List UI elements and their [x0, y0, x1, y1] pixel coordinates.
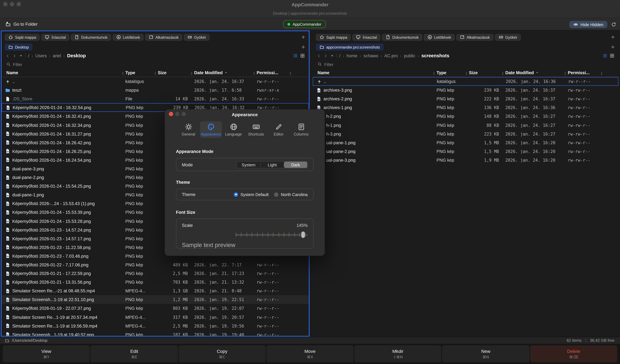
favorite-r-asztal[interactable]: Íróasztal [41, 34, 69, 41]
file-row[interactable]: .DS_Store File 14 KB 2026. jan. 24. 16:3… [2, 94, 309, 103]
file-row[interactable]: archives-1.png PNG kép 136 KB 2026. jan.… [313, 103, 618, 112]
up-button[interactable] [330, 54, 334, 58]
file-row[interactable]: archives-2.png PNG kép 222 KB 2026. jan.… [313, 94, 618, 103]
column-header-permissi[interactable]: Permissi... [565, 70, 602, 75]
theme-radio-north-carolina[interactable]: North Carolina [274, 192, 308, 197]
dialog-minimize-button[interactable] [175, 112, 180, 116]
new-button[interactable]: New ⌘N [442, 345, 529, 362]
list-view-icon[interactable] [603, 53, 607, 58]
delete-button[interactable]: Delete ⌘⌫ [530, 345, 617, 362]
forward-button[interactable] [12, 54, 17, 58]
file-row[interactable]: Képernyőfotó 2026-01-21 - 17.22.59.png P… [2, 269, 309, 278]
favorite-r-asztal[interactable]: Íróasztal [353, 34, 381, 41]
grid-view-icon[interactable] [300, 53, 305, 58]
move-button[interactable]: Move ⌘X [266, 345, 354, 362]
file-row[interactable]: Képernyőfotó 2026-01-21 - 13.31.56.png P… [2, 278, 309, 287]
file-row[interactable]: ual-pane-1.png PNG kép 1,5 MB 2026. jan.… [313, 138, 618, 147]
file-row[interactable]: archives-3.png PNG kép 239 KB 2026. jan.… [313, 86, 618, 94]
scale-slider[interactable] [236, 231, 308, 238]
filter-input[interactable]: Filter [313, 60, 618, 68]
function-bar: View ⌘Y Edit ⌘E Copy ⌘C Move ⌘X Mkdir ⇧⌘… [0, 344, 620, 364]
dialog-close-button[interactable] [169, 112, 173, 116]
breadcrumb-item[interactable]: public [404, 53, 415, 58]
pane-tab[interactable]: appcommander.pro:screenshots [316, 43, 384, 50]
settings-tab-editor[interactable]: Editor [268, 121, 290, 138]
file-row[interactable]: Képernyőfotó 2026-01-22 - 7.17.06.png PN… [2, 260, 309, 269]
grid-view-icon[interactable] [610, 53, 614, 58]
file-row[interactable]: Simulator Screen Re...-21 at 08.48.55.mp… [2, 287, 309, 295]
breadcrumb-item[interactable]: screenshots [421, 53, 449, 58]
breadcrumb-item[interactable]: home [346, 53, 357, 58]
copy-button[interactable]: Copy ⌘C [179, 345, 266, 362]
back-button[interactable] [317, 54, 321, 58]
mode-option-light[interactable]: Light [261, 161, 284, 168]
file-row[interactable]: teszt mappa 2026. jan. 17. 6:58 rwxr-xr-… [2, 86, 309, 94]
mkdir-button[interactable]: Mkdir ⇧⌘N [354, 345, 441, 362]
add-favorite-button[interactable] [610, 35, 615, 40]
breadcrumb-item[interactable]: schawo [363, 53, 378, 58]
breadcrumb-item[interactable]: Desktop [67, 53, 86, 58]
settings-tab-shortcuts[interactable]: Shortcuts [245, 121, 267, 138]
column-header-type[interactable]: Type [122, 70, 155, 75]
filter-input[interactable]: Filter [2, 60, 309, 68]
edit-button[interactable]: Edit ⌘E [91, 345, 178, 362]
mode-option-system[interactable]: System [237, 161, 260, 168]
refresh-icon[interactable] [611, 22, 616, 27]
favorite-let-lt-sek[interactable]: Letöltések [424, 34, 455, 41]
add-tab-button[interactable] [610, 45, 615, 49]
favorite-saj-t-mappa[interactable]: Saját mappa [5, 34, 40, 41]
favorite-saj-t-mappa[interactable]: Saját mappa [316, 34, 351, 41]
pane-tab[interactable]: Desktop [5, 43, 32, 50]
column-header-type[interactable]: Type [433, 70, 466, 75]
mode-option-dark[interactable]: Dark [284, 161, 307, 168]
favorite-dokumentumok[interactable]: Dokumentumok [382, 34, 422, 41]
theme-radio-system-default[interactable]: System Default [234, 192, 269, 197]
column-header-size[interactable]: Size [466, 70, 502, 75]
favorite-gy-k-r[interactable]: Gyökér [495, 34, 521, 41]
file-row[interactable]: h-2.png PNG kép 148 KB 2026. jan. 24. 16… [313, 112, 618, 121]
up-button[interactable] [19, 54, 23, 58]
file-row[interactable]: Simulator Screen Re...1-19 at 20.57.34.m… [2, 313, 309, 321]
hide-hidden-button[interactable]: Hide Hidden [570, 21, 607, 28]
app-status-chip[interactable]: AppCommander [283, 20, 326, 28]
favorite-alkalmaz-sok[interactable]: Alkalmazások [145, 34, 182, 41]
favorite-alkalmaz-sok[interactable]: Alkalmazások [456, 34, 493, 41]
breadcrumb-item[interactable]: AC.pro [384, 53, 398, 58]
add-favorite-button[interactable] [301, 35, 306, 40]
column-header-date-modified[interactable]: Date Modified [502, 70, 565, 75]
favorite-let-lt-sek[interactable]: Letöltések [112, 34, 143, 41]
column-header-name[interactable]: Name [2, 70, 122, 75]
column-header-size[interactable]: Size [155, 70, 191, 75]
file-row[interactable]: Képernyőfotó 2026-01-19 - 22.07.37.png P… [2, 304, 309, 313]
column-header-date-modified[interactable]: Date Modified [191, 70, 253, 75]
file-row[interactable]: h-3.png PNG kép 223 KB 2026. jan. 24. 16… [313, 129, 618, 138]
file-row[interactable]: ual-pane-3.png PNG kép 1,9 MB 2026. jan.… [313, 156, 618, 164]
list-view-icon[interactable] [293, 53, 298, 58]
forward-button[interactable] [323, 54, 328, 58]
file-row[interactable]: h-1.png PNG kép 88 KB 2026. jan. 24. 16:… [313, 121, 618, 129]
favorite-dokumentumok[interactable]: Dokumentumok [71, 34, 111, 41]
file-row[interactable]: Simulator Screensh...1-19 at 19.40.52.pn… [2, 330, 309, 336]
add-tab-button[interactable] [301, 45, 306, 49]
file-row[interactable]: .. katalógus 2026. jan. 24. 16:36 rw-r--… [313, 77, 618, 86]
go-to-folder-button[interactable]: Go to Folder [5, 18, 38, 30]
column-header-permissi[interactable]: Permissi... [253, 70, 291, 75]
breadcrumb-item[interactable]: Users [35, 53, 47, 58]
view-button[interactable]: View ⌘Y [3, 345, 90, 362]
back-button[interactable] [5, 54, 10, 58]
file-row[interactable]: Simulator Screensh...1-19 at 22.51.10.pn… [2, 295, 309, 304]
favorite-gy-k-r[interactable]: Gyökér [184, 34, 210, 41]
file-row[interactable]: ual-pane-2.png PNG kép 1,5 MB 2026. jan.… [313, 147, 618, 155]
breadcrumb-item[interactable]: / [28, 53, 29, 58]
dialog-zoom-button[interactable] [182, 112, 186, 116]
settings-tab-columns[interactable]: Columns [290, 121, 312, 138]
breadcrumb-item[interactable]: ariel [53, 53, 61, 58]
settings-tab-appearance[interactable]: Appearance [200, 121, 222, 138]
settings-tab-general[interactable]: General [178, 121, 199, 138]
breadcrumb-item[interactable]: / [339, 53, 341, 58]
file-row[interactable]: .. katalógus 2026. jan. 24. 16:37 rw-r--… [2, 77, 309, 86]
settings-tab-language[interactable]: Language [223, 121, 245, 138]
file-row[interactable]: Simulator Screen Re...1-19 at 19.56.59.m… [2, 321, 309, 330]
column-header-name[interactable]: Name [313, 70, 433, 75]
slider-thumb[interactable] [301, 231, 305, 238]
